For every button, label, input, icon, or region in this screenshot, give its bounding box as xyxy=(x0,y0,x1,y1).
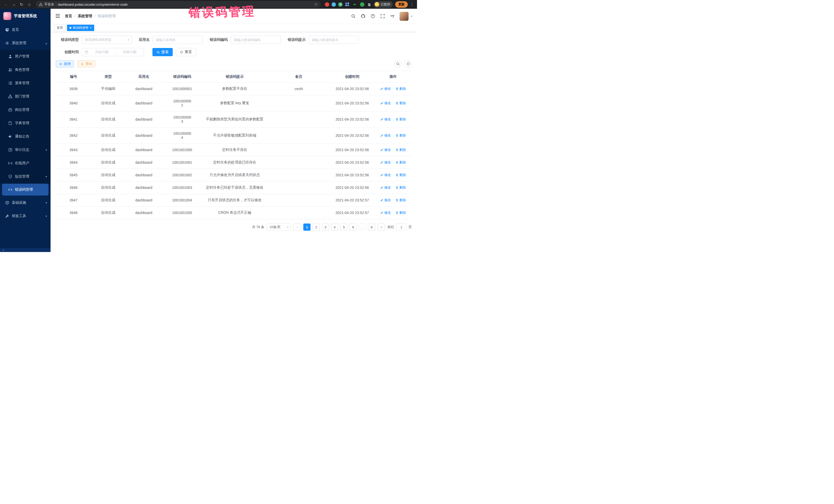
app-logo-row[interactable]: 芋道管理系统 xyxy=(0,9,50,23)
edit-link[interactable]: 修改 xyxy=(380,86,391,91)
delete-link[interactable]: 删除 xyxy=(395,160,406,165)
page-size-select[interactable]: 10条/页 ▾ xyxy=(267,223,291,231)
sidebar-item-online-users[interactable]: 在线用户 xyxy=(0,156,50,170)
reset-button[interactable]: 重置 xyxy=(176,48,196,56)
edit-link[interactable]: 修改 xyxy=(380,211,391,215)
pager-page-4[interactable]: 4 xyxy=(331,223,338,231)
delete-link[interactable]: 删除 xyxy=(395,211,406,215)
sidebar-collapse-bar[interactable]: « xyxy=(0,248,50,252)
goto-page-input[interactable] xyxy=(396,223,407,231)
sidebar-item-system-management[interactable]: 系统管理 ▴ xyxy=(0,37,50,50)
delete-link[interactable]: 删除 xyxy=(395,133,406,138)
date-range-picker[interactable]: 开始日期 - 结束日期 xyxy=(82,48,144,56)
extension-drop-icon[interactable] xyxy=(332,2,336,7)
edit-link[interactable]: 修改 xyxy=(380,173,391,177)
edit-link[interactable]: 修改 xyxy=(380,160,391,165)
pager-page-8[interactable]: 8 xyxy=(368,223,375,231)
extension-record-icon[interactable] xyxy=(325,2,329,7)
profile-chip[interactable]: 已暂停 xyxy=(374,1,393,8)
error-code-input[interactable] xyxy=(231,36,281,44)
cell-actions: 修改 删除 xyxy=(374,144,412,156)
sidebar-item-sms-management[interactable]: 短信管理 ▾ xyxy=(0,170,50,183)
sidebar-item-audit-log[interactable]: 审计日志 ▾ xyxy=(0,143,50,156)
toggle-search-button[interactable] xyxy=(394,60,402,67)
breadcrumb-item[interactable]: 首页 xyxy=(65,14,72,19)
cell-app: dashboard xyxy=(125,111,163,128)
cell-type: 自动生成 xyxy=(91,181,125,194)
tab-close-icon[interactable]: × xyxy=(90,26,92,29)
extension-grid-icon[interactable] xyxy=(345,2,349,7)
search-button[interactable]: 搜索 xyxy=(152,48,173,56)
error-message-input[interactable] xyxy=(309,36,359,44)
delete-link[interactable]: 删除 xyxy=(395,173,406,177)
sidebar-item-post-management[interactable]: 岗位管理 xyxy=(0,103,50,116)
font-size-icon[interactable]: TT xyxy=(390,14,395,19)
github-icon[interactable] xyxy=(360,14,366,19)
address-bar[interactable]: 不安全 dashboard.yudao.iocoder.cn/system/er… xyxy=(36,1,321,8)
vue-devtools-icon[interactable] xyxy=(338,2,343,7)
sidebar-item-dept-management[interactable]: 部门管理 xyxy=(0,90,50,103)
pager-ellipsis[interactable]: ... xyxy=(359,223,366,231)
refresh-table-button[interactable] xyxy=(405,60,412,67)
browser-toolbar: ← → ↻ ⌂ 不安全 dashboard.yudao.iocoder.cn/s… xyxy=(0,0,417,9)
export-button[interactable]: 导出 xyxy=(77,60,95,67)
delete-link[interactable]: 删除 xyxy=(395,185,406,190)
avatar-caret-icon[interactable]: ▾ xyxy=(411,15,412,18)
sidebar-item-dev-tools[interactable]: 研发工具 ▾ xyxy=(0,210,50,223)
pager-next-button[interactable]: › xyxy=(378,223,385,231)
browser-menu-icon[interactable]: ⋮ xyxy=(409,2,414,7)
cell-app: dashboard xyxy=(125,206,163,219)
app-name-input[interactable] xyxy=(153,36,203,44)
sidebar-item-role-management[interactable]: 角色管理 xyxy=(0,63,50,76)
edit-link[interactable]: 修改 xyxy=(380,198,391,202)
pager-page-3[interactable]: 3 xyxy=(322,223,329,231)
sidebar-item-user-management[interactable]: 用户管理 xyxy=(0,50,50,63)
sidebar-item-menu-management[interactable]: 菜单管理 xyxy=(0,76,50,90)
help-icon[interactable] xyxy=(370,14,375,19)
user-avatar[interactable] xyxy=(399,12,409,21)
home-icon[interactable]: ⌂ xyxy=(26,1,33,8)
delete-link[interactable]: 删除 xyxy=(395,117,406,122)
delete-link[interactable]: 删除 xyxy=(395,148,406,152)
warning-icon xyxy=(39,3,43,6)
delete-link[interactable]: 删除 xyxy=(395,198,406,202)
edit-link[interactable]: 修改 xyxy=(380,133,391,138)
back-icon[interactable]: ← xyxy=(3,1,10,8)
table-body: 3939 手动编辑 dashboard 1001000001 参数配置不存在 c… xyxy=(56,83,412,219)
sidebar-item-error-code-management[interactable]: 错误码管理 xyxy=(2,184,48,196)
sidebar-item-home[interactable]: 首页 xyxy=(0,23,50,37)
extensions-puzzle-icon[interactable] xyxy=(367,2,371,7)
sidebar-item-dict-management[interactable]: 字典管理 xyxy=(0,116,50,130)
page-tab-inactive[interactable]: 首页 xyxy=(54,25,65,31)
extension-green-icon[interactable] xyxy=(360,2,365,7)
breadcrumb-item[interactable]: 系统管理 xyxy=(78,14,92,19)
pager-prev-button[interactable]: ‹ xyxy=(293,223,301,231)
edit-link[interactable]: 修改 xyxy=(380,185,391,190)
reload-icon[interactable]: ↻ xyxy=(18,1,25,8)
pager-page-1[interactable]: 1 xyxy=(303,223,310,231)
pager-page-6[interactable]: 6 xyxy=(350,223,357,231)
sidebar-item-notice-announcement[interactable]: 通知公告 xyxy=(0,130,50,143)
edit-link[interactable]: 修改 xyxy=(380,117,391,122)
edit-link[interactable]: 修改 xyxy=(380,148,391,152)
chevron-down-icon: ▾ xyxy=(45,201,47,204)
delete-link[interactable]: 删除 xyxy=(395,86,406,91)
error-type-select[interactable]: 请选择错误码类型 ▾ xyxy=(82,36,132,44)
forward-icon[interactable]: → xyxy=(10,1,18,8)
add-button[interactable]: 新增 xyxy=(56,60,74,67)
table-row: 3940 自动生成 dashboard 100100000 2 参数配置 key… xyxy=(56,95,412,111)
search-icon[interactable] xyxy=(351,14,356,19)
browser-update-button[interactable]: 更新 xyxy=(395,1,408,8)
cell-id: 3939 xyxy=(56,83,91,95)
pager-page-2[interactable]: 2 xyxy=(312,223,320,231)
pager-page-5[interactable]: 5 xyxy=(340,223,348,231)
page-tab-active[interactable]: 错误码管理 × xyxy=(67,25,94,31)
proxy-on-badge[interactable]: on xyxy=(352,2,358,7)
edit-link[interactable]: 修改 xyxy=(380,101,391,106)
delete-link[interactable]: 删除 xyxy=(395,101,406,106)
cell-id: 3942 xyxy=(56,128,91,144)
sidebar-item-infrastructure[interactable]: 基础设施 ▾ xyxy=(0,196,50,210)
bookmark-star-icon[interactable]: ☆ xyxy=(314,2,318,7)
fullscreen-icon[interactable] xyxy=(380,14,385,19)
hamburger-icon[interactable] xyxy=(55,13,61,19)
